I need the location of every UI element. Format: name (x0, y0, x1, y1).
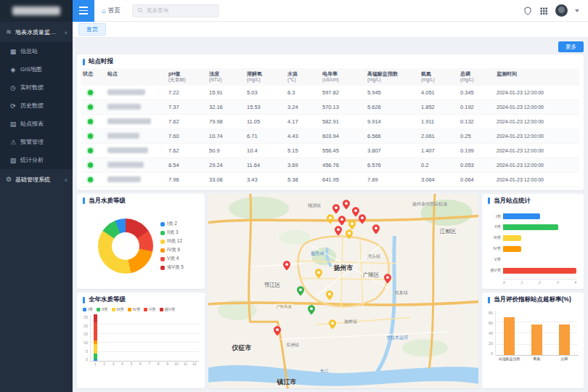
table-row[interactable]: 7.6279.9811.054.17582.919.9141.9110.1322… (81, 115, 579, 129)
more-button[interactable]: 更多 (558, 41, 584, 52)
bar-column[interactable]: 8 (154, 315, 163, 361)
legend-item[interactable]: V类 4 (160, 256, 184, 262)
legend-item[interactable]: III类 (112, 307, 124, 312)
sidebar-item-station-report[interactable]: ▤站点报表 (0, 115, 73, 133)
table-row[interactable]: 7.2215.915.036.3597.825.9454.0510.345202… (81, 86, 579, 100)
menu-toggle-button[interactable] (73, 0, 94, 22)
legend-item[interactable]: V类 (144, 307, 155, 312)
legend-item[interactable]: I类 2 (160, 221, 184, 227)
bar-row[interactable]: I类 (486, 213, 576, 219)
map-pin-red[interactable] (359, 214, 366, 226)
table-row[interactable]: 8.5429.2411.643.69456.766.5760.20.053202… (81, 158, 579, 173)
bar[interactable]: 氨氮 (531, 311, 542, 355)
bar-column[interactable]: 2 (99, 315, 108, 361)
map-pin-yellow[interactable] (315, 269, 322, 280)
sidebar-item-info-station[interactable]: ▦信息站 (0, 42, 73, 60)
tab-bar: 首页 (73, 22, 588, 38)
station-report-panel: 站点时报 状态站点pH值(无量纲)浊度(NTU)溶解氧(mg/L)水温(℃)电导… (77, 54, 584, 190)
bar-row[interactable]: III类 (486, 235, 576, 241)
bar-column[interactable]: 5 (127, 315, 136, 361)
cell-value: 4.43 (286, 129, 321, 143)
bar-column[interactable]: 7 (145, 315, 154, 361)
sidebar-item-realtime-data[interactable]: ◷实时数据 (0, 78, 73, 97)
bar-row[interactable]: IV类 (486, 246, 576, 252)
map-pin-green[interactable] (308, 305, 315, 317)
bar-column[interactable]: 6 (136, 315, 144, 361)
category-label: V类 (486, 257, 501, 262)
map-pin-red[interactable] (372, 224, 380, 236)
bar-column[interactable]: 4 (118, 315, 126, 361)
title-accent-bar (83, 197, 85, 204)
bar-column[interactable]: 9 (163, 315, 171, 361)
avatar[interactable] (555, 4, 568, 17)
legend-item[interactable]: 劣V类 (160, 307, 176, 312)
sidebar-item-history-data[interactable]: ⟳历史数据 (0, 97, 73, 115)
table-row[interactable]: 7.6010.746.714.43603.946.5662.0610.25202… (81, 129, 579, 144)
hbar-chart[interactable]: I类II类III类IV类V类劣V类01234 (482, 208, 584, 290)
left-column: 当月水质等级 I类 2II类 3III类 12IV类 6V类 4劣V类 5 全年… (77, 194, 205, 388)
map-pin-yellow[interactable] (346, 229, 353, 241)
map-pin-red[interactable] (283, 261, 290, 272)
legend-item[interactable]: IV类 6 (160, 247, 184, 253)
x-tick-label: 6 (139, 362, 142, 366)
legend-item[interactable]: II类 (97, 307, 108, 312)
tab-home[interactable]: 首页 (78, 23, 106, 36)
status-dot-green (88, 163, 93, 168)
sidebar-item-warning-manage[interactable]: ⚠预警管理 (0, 133, 73, 151)
cell-value: 6.576 (366, 158, 420, 172)
map-pin-red[interactable] (384, 274, 391, 285)
bar-row[interactable]: V类 (486, 257, 576, 263)
category-label: 总磷 (560, 356, 568, 361)
table-row[interactable]: 7.9633.083.435.38641.957.893.0640.064202… (81, 173, 579, 187)
map-pin-yellow[interactable] (326, 290, 333, 302)
search-box[interactable] (132, 4, 219, 17)
legend-item[interactable]: 劣V类 5 (160, 264, 184, 271)
sidebar-item-gis-map[interactable]: ◈GIS地图 (0, 60, 73, 78)
bar-row[interactable]: 劣V类 (486, 268, 576, 274)
chevron-down-icon[interactable] (575, 9, 579, 12)
map[interactable]: 槐泗镇扬州泰州国际机场江都区湾头镇瘦西湖扬州市邗江区广陵区杭集镇沪陕高速施桥镇京… (208, 194, 478, 388)
map-pin-yellow[interactable] (329, 319, 336, 331)
table-row[interactable]: 7.3732.1615.533.24570.135.6261.8520.1922… (81, 100, 579, 115)
bar-row[interactable]: II类 (486, 224, 576, 230)
shield-icon[interactable] (523, 7, 532, 15)
bar-column[interactable]: 3 (109, 315, 118, 361)
column-header: 电导率(uS/cm) (321, 68, 366, 86)
map-pin-yellow[interactable] (327, 214, 334, 226)
bar-column[interactable]: 12 (190, 315, 199, 361)
map-pin-red[interactable] (335, 226, 342, 237)
cell-value: 4.17 (286, 115, 321, 128)
bar[interactable]: 高锰酸盐指数 (504, 311, 515, 355)
donut-chart[interactable] (98, 219, 153, 274)
vbar-chart[interactable]: 806040200高锰酸盐指数氨氮总磷 (482, 306, 584, 388)
map-pin-green[interactable] (297, 286, 304, 298)
legend-item[interactable]: II类 3 (160, 229, 184, 236)
sidebar-group-water-monitor[interactable]: ≋ 地表水质量监测系统 ∧ (0, 22, 73, 42)
table-row[interactable]: 7.6250.910.45.15556.453.8071.4070.199202… (81, 144, 579, 158)
bar-column[interactable]: 11 (181, 315, 189, 361)
cell-value: 0.192 (459, 100, 495, 114)
cell-value: 7.62 (167, 115, 208, 128)
bar[interactable]: 总磷 (559, 311, 570, 355)
column-header: 水温(℃) (286, 68, 321, 86)
search-input[interactable] (147, 7, 214, 14)
legend-item[interactable]: IV类 (128, 307, 141, 312)
bottom-grid: 当月水质等级 I类 2II类 3III类 12IV类 6V类 4劣V类 5 全年… (77, 194, 584, 388)
cell-value: 556.45 (321, 144, 366, 158)
sidebar-item-stats-analysis[interactable]: ▧统计分析 (0, 151, 73, 169)
category-label: II类 (486, 224, 501, 229)
legend-item[interactable]: III类 12 (160, 238, 184, 245)
realtime-data-icon: ◷ (9, 84, 17, 91)
map-pin-red[interactable] (274, 326, 281, 338)
map-pin-red[interactable] (343, 200, 350, 211)
legend-item[interactable]: I类 (83, 307, 93, 312)
bar-column[interactable]: 10 (172, 315, 181, 361)
bar-column[interactable]: 1 (91, 315, 99, 361)
cell-value: 641.95 (321, 173, 366, 187)
cell-value: 7.60 (167, 129, 208, 143)
sidebar-group-base-manage[interactable]: ⚙ 基础管理系统 ∨ (0, 169, 73, 189)
breadcrumb[interactable]: ⌂ 首页 (102, 7, 121, 15)
year-chart[interactable]: 2520151050123456789101112 (77, 314, 205, 388)
status-dot-green (88, 148, 93, 153)
apps-grid-icon[interactable] (539, 7, 548, 15)
